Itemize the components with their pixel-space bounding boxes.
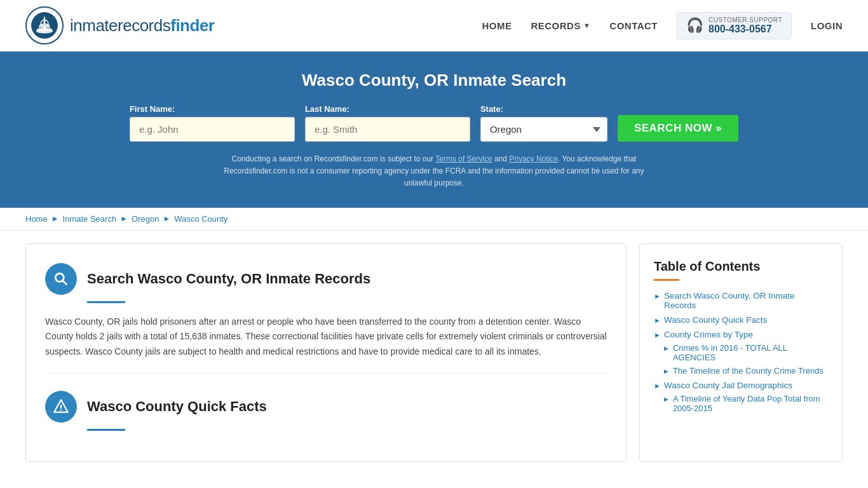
toc-link-4[interactable]: ► Wasco County Jail Demographics — [654, 381, 828, 390]
sidebar: Table of Contents ► Search Wasco County,… — [639, 243, 843, 462]
main-nav: HOME RECORDS ▼ CONTACT 🎧 CUSTOMER SUPPOR… — [482, 12, 843, 39]
toc-item-3: ► County Crimes by Type ► Crimes % in 20… — [654, 330, 828, 376]
state-select[interactable]: Oregon Alabama Alaska California Texas — [480, 117, 607, 142]
toc-link-2[interactable]: ► Wasco County Quick Facts — [654, 315, 828, 325]
customer-support: 🎧 CUSTOMER SUPPORT 800-433-0567 — [677, 12, 792, 39]
svg-rect-8 — [38, 26, 39, 29]
logo-text: inmaterecordsfinder — [70, 16, 214, 36]
toc-item-1: ► Search Wasco County, OR Inmate Records — [654, 291, 828, 310]
logo-area: inmaterecordsfinder — [25, 6, 214, 44]
breadcrumb-inmate-search[interactable]: Inmate Search — [63, 214, 117, 224]
breadcrumb-sep-2: ► — [120, 214, 128, 223]
toc-underline — [654, 279, 679, 281]
svg-rect-6 — [44, 18, 46, 24]
nav-login[interactable]: LOGIN — [811, 20, 843, 31]
toc-link-3[interactable]: ► County Crimes by Type — [654, 330, 828, 339]
section1-header: Search Wasco County, OR Inmate Records — [45, 263, 607, 295]
svg-point-17 — [60, 409, 62, 410]
terms-link[interactable]: Terms of Service — [435, 154, 492, 163]
search-button[interactable]: SEARCH NOW » — [618, 115, 738, 142]
toc-list: ► Search Wasco County, OR Inmate Records… — [654, 291, 828, 413]
state-label: State: — [480, 104, 503, 114]
nav-contact[interactable]: CONTACT — [609, 20, 658, 31]
chevron-down-icon: ▼ — [583, 22, 590, 29]
chevron-right-icon: ► — [654, 292, 661, 300]
section2-underline — [87, 429, 125, 431]
alert-icon-circle — [45, 391, 77, 423]
breadcrumb-home[interactable]: Home — [25, 214, 48, 224]
svg-line-15 — [63, 280, 67, 284]
svg-rect-13 — [50, 26, 51, 29]
content-area: Search Wasco County, OR Inmate Records W… — [25, 243, 627, 462]
section1-underline — [87, 301, 125, 303]
breadcrumb: Home ► Inmate Search ► Oregon ► Wasco Co… — [0, 208, 868, 231]
first-name-group: First Name: — [130, 104, 295, 142]
toc-sub-item-2: ► The Timeline of the County Crime Trend… — [663, 366, 828, 376]
last-name-label: Last Name: — [305, 104, 349, 114]
last-name-group: Last Name: — [305, 104, 470, 142]
hero-section: Wasco County, OR Inmate Search First Nam… — [0, 51, 868, 208]
section1-body: Wasco County, OR jails hold prisoners af… — [45, 315, 607, 373]
toc-item-2: ► Wasco County Quick Facts — [654, 315, 828, 325]
nav-records[interactable]: RECORDS ▼ — [531, 20, 590, 31]
toc-sub-item-1: ► Crimes % in 2016 - TOTAL ALL AGENCIES — [663, 343, 828, 362]
headset-icon: 🎧 — [686, 17, 703, 34]
section1-title: Search Wasco County, OR Inmate Records — [87, 271, 370, 287]
chevron-right-icon: ► — [663, 344, 670, 352]
svg-rect-12 — [48, 26, 49, 29]
support-label: CUSTOMER SUPPORT — [709, 17, 782, 24]
toc-item-4: ► Wasco County Jail Demographics ► A Tim… — [654, 381, 828, 413]
toc-link-1[interactable]: ► Search Wasco County, OR Inmate Records — [654, 291, 828, 310]
privacy-link[interactable]: Privacy Notice — [509, 154, 558, 163]
svg-rect-9 — [40, 26, 41, 29]
breadcrumb-sep-3: ► — [163, 214, 170, 223]
svg-rect-10 — [42, 26, 43, 29]
state-group: State: Oregon Alabama Alaska California … — [480, 104, 607, 142]
hero-title: Wasco County, OR Inmate Search — [25, 71, 843, 90]
breadcrumb-state[interactable]: Oregon — [132, 214, 159, 224]
chevron-right-icon: ► — [654, 316, 661, 324]
toc-sub-link-1[interactable]: ► Crimes % in 2016 - TOTAL ALL AGENCIES — [663, 343, 828, 362]
main-content: Search Wasco County, OR Inmate Records W… — [0, 231, 868, 475]
section2-header: Wasco County Quick Facts — [45, 391, 607, 423]
toc-sub-link-3[interactable]: ► A Timeline of Yearly Data Pop Total fr… — [663, 394, 828, 413]
site-header: inmaterecordsfinder HOME RECORDS ▼ CONTA… — [0, 0, 868, 51]
chevron-right-icon: ► — [663, 395, 670, 403]
chevron-right-icon: ► — [654, 382, 661, 390]
first-name-input[interactable] — [130, 117, 295, 142]
svg-rect-11 — [46, 26, 47, 29]
section2: Wasco County Quick Facts — [45, 391, 607, 431]
search-icon-circle — [45, 263, 77, 295]
first-name-label: First Name: — [130, 104, 175, 114]
chevron-right-icon: ► — [663, 367, 670, 375]
breadcrumb-sep-1: ► — [51, 214, 59, 223]
support-number: 800-433-0567 — [709, 24, 782, 35]
hero-disclaimer: Conducting a search on Recordsfinder.com… — [212, 153, 656, 190]
last-name-input[interactable] — [305, 117, 470, 142]
search-form: First Name: Last Name: State: Oregon Ala… — [25, 104, 843, 142]
section2-title: Wasco County Quick Facts — [87, 398, 267, 415]
toc-sub-item-3: ► A Timeline of Yearly Data Pop Total fr… — [663, 394, 828, 413]
nav-home[interactable]: HOME — [482, 20, 512, 31]
toc-title: Table of Contents — [654, 259, 828, 274]
chevron-right-icon: ► — [654, 331, 661, 339]
logo-icon — [25, 6, 64, 44]
breadcrumb-county: Wasco County — [174, 214, 227, 224]
toc-sub-link-2[interactable]: ► The Timeline of the County Crime Trend… — [663, 366, 828, 376]
